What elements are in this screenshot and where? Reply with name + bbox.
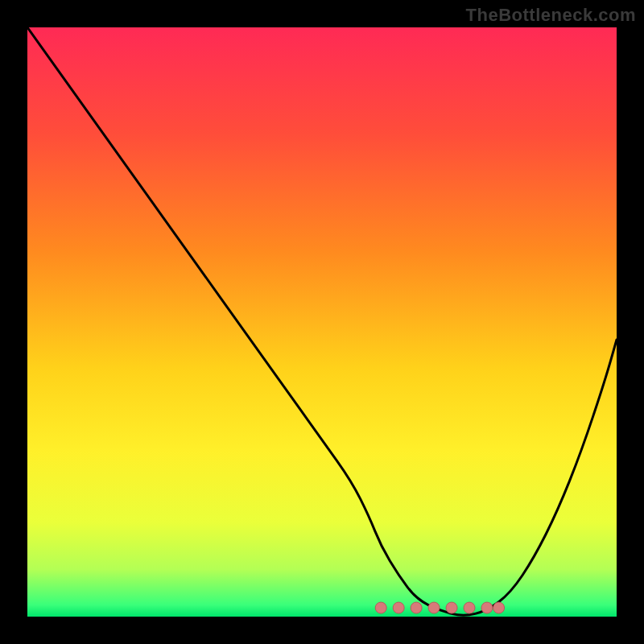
watermark-label: TheBottleneck.com	[466, 5, 636, 26]
flat-marker	[428, 602, 440, 613]
flat-marker	[481, 602, 493, 613]
flat-marker	[393, 602, 404, 613]
flat-marker	[411, 602, 422, 613]
chart-frame: TheBottleneck.com	[0, 0, 644, 644]
chart-svg	[27, 27, 617, 617]
flat-marker	[464, 602, 475, 613]
flat-marker	[446, 602, 457, 613]
flat-marker	[493, 602, 505, 613]
flat-marker	[375, 602, 386, 613]
plot-area	[27, 27, 617, 617]
gradient-background	[27, 27, 617, 617]
